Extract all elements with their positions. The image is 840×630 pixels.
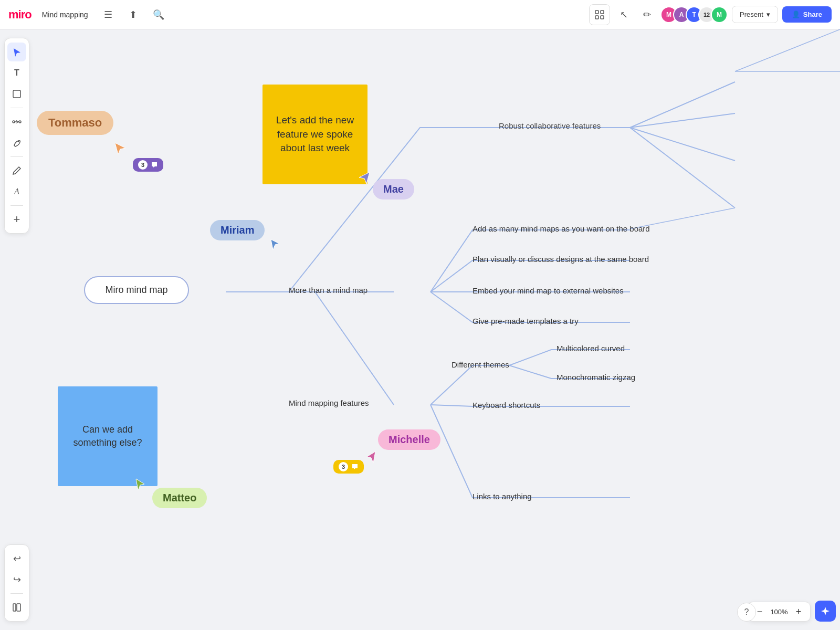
board-title[interactable]: Mind mapping (38, 8, 92, 21)
marker-button[interactable]: ✏ (637, 5, 656, 24)
branch1-label: Robust collaborative features (499, 121, 601, 130)
share-button[interactable]: 👤 Share (782, 6, 832, 23)
topbar: miro Mind mapping ☰ ⬆ 🔍 ↖ ✏ M A T 12 M P… (0, 0, 840, 29)
branch2-sub2: Plan visually or discuss designs at the … (472, 255, 649, 264)
branch3-sub2: Keyboard shortcuts (472, 401, 540, 410)
user-matteo: Matteo (152, 488, 207, 508)
user-miriam: Miriam (210, 220, 265, 240)
branch3-sub1b: Monochromatic zigzag (556, 373, 635, 382)
user-michelle: Michelle (378, 429, 440, 450)
matteo-cursor (134, 477, 146, 494)
topbar-right: ↖ ✏ M A T 12 M Present ▾ 👤 Share (589, 4, 832, 25)
help-button[interactable]: ? (737, 603, 756, 622)
bottom-toolbar: ↩ ↪ (4, 544, 29, 622)
pen-tool-button[interactable] (7, 133, 26, 152)
app-logo: miro (8, 8, 32, 22)
search-button[interactable]: 🔍 (149, 5, 168, 24)
export-button[interactable]: ⬆ (124, 5, 143, 24)
center-node[interactable]: Miro mind map (84, 276, 189, 304)
left-toolbar: T A + (4, 38, 29, 234)
avatar-stack: M A T 12 M (660, 6, 728, 23)
sticky-blue[interactable]: Can we add something else? (58, 386, 158, 486)
user-mae: Mae (373, 179, 414, 200)
undo-button[interactable]: ↩ (7, 549, 26, 568)
branch2-sub4: Give pre-made templates a try (472, 317, 579, 326)
bottom-divider (10, 593, 23, 594)
tommaso-cursor (113, 141, 128, 158)
cursor-mode-button[interactable]: ↖ (614, 5, 633, 24)
select-tool-button[interactable] (7, 43, 26, 61)
menu-button[interactable]: ☰ (99, 5, 118, 24)
magic-button[interactable] (815, 601, 836, 622)
branch2-sub1: Add as many mind maps as you want on the… (472, 224, 650, 233)
avatar-main: M (711, 6, 728, 23)
sticky-tool-button[interactable] (7, 85, 26, 103)
zoom-in-button[interactable]: + (791, 604, 806, 619)
panel-button[interactable] (7, 598, 26, 617)
svg-rect-3 (601, 16, 604, 19)
svg-rect-9 (13, 604, 16, 611)
toolbar-divider-2 (10, 156, 23, 157)
text-a-tool-button[interactable]: A (7, 182, 26, 201)
svg-point-5 (13, 121, 15, 123)
toolbar-divider-3 (10, 205, 23, 206)
comment-count-purple: 3 (138, 160, 148, 170)
comment-count-yellow: 3 (339, 462, 348, 471)
svg-rect-0 (595, 10, 598, 14)
zoom-level[interactable]: 100% (769, 608, 789, 616)
comment-badge-purple[interactable]: 3 (133, 158, 163, 172)
text-tool-button[interactable]: T (7, 64, 26, 82)
apps-button[interactable] (589, 4, 610, 25)
present-button[interactable]: Present ▾ (732, 6, 778, 23)
add-tool-button[interactable]: + (7, 210, 26, 229)
branch3-sub3: Links to anything (472, 492, 532, 501)
pencil-tool-button[interactable] (7, 161, 26, 180)
user-tommaso: Tommaso (37, 111, 113, 135)
svg-rect-1 (601, 10, 604, 14)
branch3-sub1a: Multicolored curved (556, 344, 625, 353)
mind-map-lines (0, 29, 840, 630)
branch2-sub3: Embed your mind map to external websites (472, 286, 624, 295)
svg-rect-4 (13, 90, 20, 98)
zoom-controls: − 100% + (748, 602, 811, 622)
toolbar-divider-1 (10, 108, 23, 108)
connector-tool-button[interactable] (7, 112, 26, 131)
miriam-cursor (269, 237, 281, 254)
sticky-yellow[interactable]: Let's add the new feature we spoke about… (262, 85, 368, 184)
branch3-sub1: Different themes (452, 360, 509, 369)
canvas: Miro mind map More than a mind map Mind … (0, 29, 840, 630)
comment-badge-yellow[interactable]: 3 (333, 460, 364, 474)
branch2-label: More than a mind map (289, 286, 368, 295)
mae-cursor (357, 170, 372, 187)
svg-rect-2 (595, 16, 598, 19)
svg-point-8 (18, 141, 19, 142)
branch3-label: Mind mapping features (289, 398, 369, 407)
redo-button[interactable]: ↪ (7, 570, 26, 589)
michelle-cursor (365, 449, 377, 466)
svg-rect-10 (17, 604, 20, 611)
